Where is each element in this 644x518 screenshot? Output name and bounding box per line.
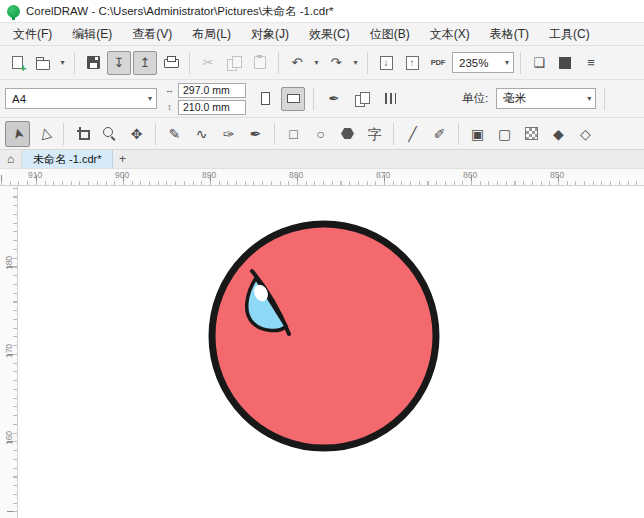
smart-fill-tool[interactable]: ▢ <box>492 121 517 147</box>
page-settings-icon: ✒ <box>329 92 340 105</box>
rectangle-tool[interactable]: □ <box>281 121 306 147</box>
home-tab[interactable]: ⌂ <box>0 150 22 168</box>
zoom-tool[interactable] <box>97 121 122 147</box>
outline-tool[interactable]: ◇ <box>573 121 598 147</box>
open-button[interactable] <box>31 51 55 75</box>
new-tab-button[interactable]: + <box>113 150 131 168</box>
page-height-field[interactable]: 210.0 mm <box>178 100 246 115</box>
portrait-button[interactable] <box>253 87 277 111</box>
page-dimensions-group: ↔ 297.0 mm ↕ 210.0 mm <box>164 83 246 115</box>
open-dropdown[interactable]: ▾ <box>57 58 68 67</box>
print-button[interactable] <box>159 51 183 75</box>
menu-item-1[interactable]: 文件(F) <box>3 23 62 45</box>
page-width-value: 297.0 mm <box>183 84 230 96</box>
vertical-ruler[interactable]: 180170160 <box>0 186 18 518</box>
interactive-fill-tool[interactable]: ▣ <box>465 121 490 147</box>
page-size-combo[interactable]: A4 ▾ <box>5 88 157 109</box>
fullscreen-preview-button[interactable]: ❏ <box>527 51 551 75</box>
line-tool[interactable]: ╱ <box>400 121 425 147</box>
horizontal-ruler[interactable]: 910900890880870860850 <box>0 168 644 186</box>
open-icon <box>36 60 50 70</box>
title-bar: CorelDRAW - C:\Users\Administrator\Pictu… <box>0 0 644 22</box>
cut-icon: ✂ <box>203 56 214 69</box>
pen-tool[interactable]: ✒ <box>243 121 268 147</box>
ellipse-tool[interactable]: ○ <box>308 121 333 147</box>
cloud-download-button[interactable]: ↧ <box>107 51 131 75</box>
units-label: 单位: <box>462 91 488 106</box>
pan-tool[interactable]: ✥ <box>124 121 149 147</box>
cloud-upload-button[interactable]: ↥ <box>133 51 157 75</box>
separator <box>313 88 314 110</box>
landscape-button[interactable] <box>281 87 305 111</box>
ruler-label: 900 <box>115 170 129 180</box>
menu-item-9[interactable]: 表格(T) <box>480 23 539 45</box>
menu-item-10[interactable]: 工具(C) <box>539 23 600 45</box>
redo-button[interactable]: ↷ <box>324 51 348 75</box>
standard-toolbar: ▾↧↥✂↶▾↷▾↓↑PDF235%▾❏≡ <box>0 45 644 79</box>
copy-button[interactable] <box>222 51 246 75</box>
menu-item-5[interactable]: 对象(J) <box>241 23 299 45</box>
undo-icon: ↶ <box>292 56 303 69</box>
fill-tool[interactable]: ◆ <box>546 121 571 147</box>
transparency-tool[interactable] <box>519 121 544 147</box>
import-button[interactable]: ↓ <box>374 51 398 75</box>
freehand-tool[interactable]: ✎ <box>162 121 187 147</box>
property-bar: A4 ▾ ↔ 297.0 mm ↕ 210.0 mm ✒ 单位: 毫米 ▾ <box>0 79 644 117</box>
smart-fill-icon: ▢ <box>498 127 511 141</box>
page-settings-button[interactable]: ✒ <box>322 87 346 111</box>
drawing-area[interactable] <box>18 186 644 518</box>
red-circle-shape[interactable] <box>212 224 436 448</box>
separator <box>155 123 156 145</box>
coreldraw-logo-icon <box>7 5 20 18</box>
outline-pen-tool[interactable]: ✐ <box>427 121 452 147</box>
bezier-tool[interactable]: ∿ <box>189 121 214 147</box>
polygon-icon <box>341 128 354 139</box>
text-tool[interactable]: 字 <box>362 121 387 147</box>
menu-item-3[interactable]: 查看(V) <box>122 23 182 45</box>
polygon-tool[interactable] <box>335 121 360 147</box>
page-width-field[interactable]: 297.0 mm <box>178 83 246 98</box>
menu-item-8[interactable]: 文本(X) <box>420 23 480 45</box>
show-page-border-button[interactable] <box>553 51 577 75</box>
ruler-label: 170 <box>4 343 14 358</box>
show-page-border-icon <box>559 57 571 69</box>
cut-button[interactable]: ✂ <box>196 51 220 75</box>
document-tab-label: 未命名 -1.cdr* <box>33 152 101 167</box>
shape-tool[interactable]: ▷ <box>32 121 57 147</box>
menu-item-2[interactable]: 编辑(E) <box>62 23 122 45</box>
cloud-upload-icon: ↥ <box>140 56 151 69</box>
shape-icon: ▷ <box>36 126 52 140</box>
options-icon: ≡ <box>587 56 595 69</box>
menu-item-4[interactable]: 布局(L) <box>182 23 241 45</box>
new-document-button[interactable] <box>5 51 29 75</box>
redo-dropdown[interactable]: ▾ <box>350 58 361 67</box>
outline-icon: ◇ <box>580 127 591 141</box>
canvas[interactable] <box>18 186 644 518</box>
units-value: 毫米 <box>503 91 526 106</box>
page-size-value: A4 <box>12 93 26 105</box>
menu-item-7[interactable]: 位图(B) <box>360 23 420 45</box>
save-button[interactable] <box>81 51 105 75</box>
pick-tool[interactable]: ➤ <box>5 121 30 147</box>
options-button[interactable]: ≡ <box>579 51 603 75</box>
menu-item-6[interactable]: 效果(C) <box>299 23 360 45</box>
zoom-level-combo[interactable]: 235%▾ <box>452 52 514 73</box>
units-combo[interactable]: 毫米 ▾ <box>496 88 596 109</box>
separator <box>458 123 459 145</box>
document-tab[interactable]: 未命名 -1.cdr* <box>22 150 113 168</box>
crop-icon <box>76 127 90 141</box>
bezier-icon: ∿ <box>196 127 208 141</box>
nudge-offset-button[interactable] <box>378 87 402 111</box>
paste-button[interactable] <box>248 51 272 75</box>
ruler-label: 890 <box>202 170 216 180</box>
export-button[interactable]: ↑ <box>400 51 424 75</box>
undo-dropdown[interactable]: ▾ <box>311 58 322 67</box>
crop-tool[interactable] <box>70 121 95 147</box>
artistic-media-tool[interactable]: ✑ <box>216 121 241 147</box>
pdf-button[interactable]: PDF <box>426 51 450 75</box>
freehand-icon: ✎ <box>169 127 181 141</box>
all-pages-button[interactable] <box>350 87 374 111</box>
chevron-down-icon: ▾ <box>587 94 591 103</box>
ruler-label: 160 <box>4 431 14 446</box>
undo-button[interactable]: ↶ <box>285 51 309 75</box>
